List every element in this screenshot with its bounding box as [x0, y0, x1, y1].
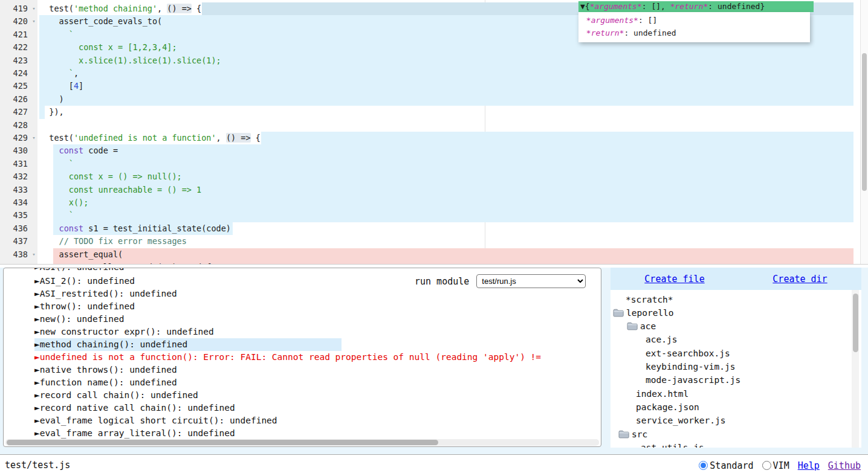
keybinding-standard-option[interactable]: Standard	[699, 460, 753, 471]
fold-arrow-icon[interactable]: ▾	[30, 248, 38, 261]
execution-highlight	[39, 80, 853, 92]
code-token: }),	[39, 107, 64, 117]
test-result-item[interactable]: ►method chaining(): undefined	[34, 338, 342, 351]
help-link[interactable]: Help	[798, 460, 820, 471]
tree-item-label: index.html	[636, 389, 688, 399]
folder-icon	[618, 430, 629, 439]
github-link[interactable]: Github	[828, 460, 861, 471]
code-editor[interactable]: 419▾ test('method chaining', () => {420▾…	[0, 0, 868, 265]
tree-item[interactable]: index.html	[636, 387, 688, 400]
tree-item-label: package.json	[636, 402, 699, 412]
tree-item[interactable]: service_worker.js	[636, 414, 725, 427]
tree-item[interactable]: ast_utils.js	[641, 441, 704, 448]
code-token: `	[39, 210, 74, 220]
code-line[interactable]: )	[39, 93, 64, 106]
code-token: {	[251, 133, 261, 143]
code-line[interactable]: assert_code_evals_to(	[39, 15, 162, 28]
folder-icon	[613, 309, 624, 317]
gutter-line-number: 425	[0, 80, 28, 92]
code-line[interactable]: `	[39, 28, 74, 41]
code-line[interactable]: const s1 = test_initial_state(code)	[39, 222, 231, 235]
code-line[interactable]: x();	[39, 196, 88, 209]
gutter-line-number: 438	[0, 248, 28, 261]
code-line[interactable]: const x = () => null();	[39, 170, 182, 183]
gutter-line-number: 434	[0, 196, 28, 209]
create-file-link[interactable]: Create file	[644, 274, 704, 285]
tree-scrollbar[interactable]	[852, 290, 859, 448]
test-result-item[interactable]: ►throw(): undefined	[34, 300, 135, 313]
test-result-item[interactable]: ►ASI_restrited(): undefined	[34, 288, 177, 300]
value-tooltip-header[interactable]: ▼{*arguments*: [], *return*: undefined}	[578, 1, 814, 12]
code-token: // TODO fix error messages	[39, 236, 187, 246]
standard-radio[interactable]	[699, 461, 708, 470]
fold-arrow-icon[interactable]: ▾	[30, 2, 38, 15]
gutter-line-number: 427	[0, 106, 28, 118]
tree-item-label: mode-javascript.js	[646, 375, 740, 385]
test-result-item[interactable]: ►new(): undefined	[34, 313, 124, 326]
tree-item[interactable]: keybinding-vim.js	[646, 361, 735, 373]
editor-scrollbar[interactable]	[860, 0, 868, 265]
tree-item[interactable]: mode-javascript.js	[646, 374, 740, 387]
tree-item[interactable]: ace	[627, 320, 656, 333]
test-result-item[interactable]: ►undefined is not a function(): Error: F…	[34, 351, 541, 364]
code-line[interactable]: `	[39, 158, 74, 170]
code-line[interactable]: `,	[39, 67, 79, 80]
gutter-line-number: 433	[0, 184, 28, 196]
tree-item[interactable]: src	[618, 428, 647, 440]
keybinding-vim-option[interactable]: VIM	[762, 460, 789, 471]
code-line[interactable]: x.slice(1).slice(1).slice(1);	[39, 54, 221, 67]
tree-item[interactable]: ace.js	[646, 333, 677, 346]
tree-scrollbar-thumb[interactable]	[853, 294, 858, 352]
tree-item-label: ace.js	[646, 335, 677, 344]
code-token: ▼{	[580, 2, 590, 11]
test-result-item[interactable]: ►ASI_2(): undefined	[34, 275, 135, 288]
gutter-line-number: 423	[0, 54, 28, 67]
run-module-select[interactable]: test/run.js	[476, 274, 586, 288]
tree-item-label: leporello	[626, 308, 674, 318]
gutter-line-number: 436	[0, 222, 28, 235]
code-token: 4	[74, 81, 79, 91]
code-line[interactable]: // TODO fix error messages	[39, 235, 187, 248]
console-hscrollbar[interactable]	[5, 439, 599, 446]
gutter-line-number: 431	[0, 158, 28, 170]
code-token: 'method chaining'	[74, 4, 157, 13]
tree-item[interactable]: *scratch*	[626, 293, 673, 306]
code-token: () =>	[226, 133, 251, 143]
code-line[interactable]: test('method chaining', () => {	[39, 2, 201, 15]
execution-highlight	[261, 132, 853, 144]
execution-highlight	[53, 158, 853, 170]
code-line[interactable]: [4]	[39, 80, 83, 92]
code-line[interactable]: assert_equal(	[39, 248, 123, 261]
vim-radio[interactable]	[762, 461, 771, 470]
code-line[interactable]: test('undefined is not a function', () =…	[39, 132, 261, 144]
code-line[interactable]: root_calltree_node(s1), undef	[39, 261, 211, 265]
tree-item[interactable]: leporello	[613, 306, 674, 319]
code-line[interactable]: const unreachable = () => 1	[39, 184, 201, 196]
test-result-item[interactable]: ►record call chain(): undefined	[34, 389, 198, 402]
fold-arrow-icon[interactable]: ▾	[30, 132, 38, 144]
test-result-item[interactable]: ►function name(): undefined	[34, 376, 177, 389]
tooltip-row: *return*: undefined	[581, 27, 810, 39]
editor-scrollbar-thumb[interactable]	[862, 53, 867, 191]
test-result-item[interactable]: ►record native call chain(): undefined	[34, 402, 235, 414]
test-result-item[interactable]: ►new constructor expr(): undefined	[34, 326, 214, 338]
tree-item[interactable]: package.json	[636, 400, 699, 413]
test-result-item[interactable]: ►eval_frame logical short circuit(): und…	[34, 414, 277, 427]
create-dir-link[interactable]: Create dir	[772, 274, 827, 285]
code-token: const	[59, 224, 84, 233]
code-line[interactable]: const code =	[39, 144, 118, 157]
code-line[interactable]: `	[39, 209, 74, 222]
code-token: () =>	[167, 4, 192, 13]
code-token: const	[59, 146, 84, 155]
console-hscrollbar-thumb[interactable]	[7, 440, 438, 445]
gutter-line-number: 437	[0, 235, 28, 248]
test-result-item[interactable]: ►native throws(): undefined	[34, 364, 177, 376]
test-result-item[interactable]: ►ASI(): undefined	[34, 268, 124, 274]
code-token: ]	[79, 81, 83, 91]
tree-item[interactable]: ext-searchbox.js	[646, 347, 730, 359]
tree-item-label: ast_utils.js	[641, 443, 704, 448]
test-result-item[interactable]: ►eval_frame array_literal(): undefined	[34, 427, 235, 440]
fold-arrow-icon[interactable]: ▾	[30, 15, 38, 28]
code-line[interactable]: }),	[39, 106, 64, 118]
code-line[interactable]: const x = [1,2,3,4];	[39, 41, 177, 54]
